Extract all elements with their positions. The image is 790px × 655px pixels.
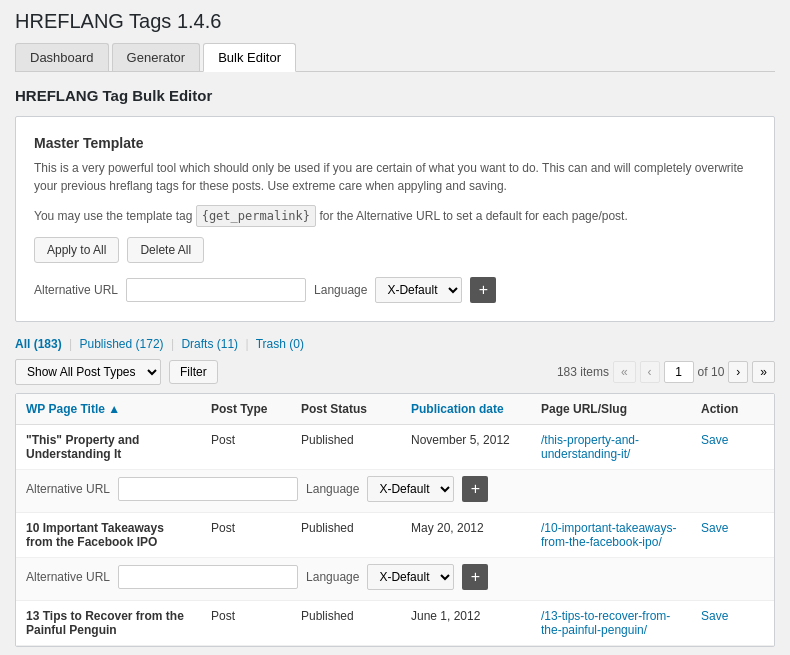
row1-date: November 5, 2012: [401, 425, 531, 469]
table-row: "This" Property and Understanding It Pos…: [16, 425, 774, 513]
items-count: 183 items: [557, 365, 609, 379]
last-page-button[interactable]: »: [752, 361, 775, 383]
row1-action: Save: [691, 425, 751, 469]
master-template-title: Master Template: [34, 135, 756, 151]
th-wp-page-title: WP Page Title ▲: [16, 394, 201, 424]
row-data-3: 13 Tips to Recover from the Painful Peng…: [16, 601, 774, 645]
master-template-desc3-text: for the Alternative URL to set a default…: [316, 209, 628, 223]
sort-publication-date[interactable]: Publication date: [411, 402, 504, 416]
table-row: 10 Important Takeaways from the Facebook…: [16, 513, 774, 601]
tab-dashboard[interactable]: Dashboard: [15, 43, 109, 71]
th-post-status: Post Status: [291, 394, 401, 424]
row2-date: May 20, 2012: [401, 513, 531, 557]
row3-save-link[interactable]: Save: [701, 609, 728, 623]
row2-plus-button[interactable]: +: [462, 564, 488, 590]
row1-plus-button[interactable]: +: [462, 476, 488, 502]
filter-links: All (183) | Published (172) | Drafts (11…: [15, 337, 775, 351]
filter-drafts[interactable]: Drafts (11): [181, 337, 238, 351]
posts-table: WP Page Title ▲ Post Type Post Status Pu…: [15, 393, 775, 647]
filter-bar: Show All Post Types Filter 183 items « ‹…: [15, 359, 775, 385]
row2-post-type: Post: [201, 513, 291, 557]
th-post-type: Post Type: [201, 394, 291, 424]
row3-status: Published: [291, 601, 401, 645]
row1-lang-label: Language: [306, 482, 359, 496]
next-page-button[interactable]: ›: [728, 361, 748, 383]
first-page-button[interactable]: «: [613, 361, 636, 383]
master-template-btn-row: Apply to All Delete All: [34, 237, 756, 263]
tab-bulk-editor[interactable]: Bulk Editor: [203, 43, 296, 72]
master-template-desc2-text: You may use the template tag: [34, 209, 196, 223]
row1-lang-select[interactable]: X-Default: [367, 476, 454, 502]
tabs-bar: Dashboard Generator Bulk Editor: [15, 43, 775, 72]
row1-save-link[interactable]: Save: [701, 433, 728, 447]
row1-url: /this-property-and-understanding-it/: [531, 425, 691, 469]
row2-alt-url-row: Alternative URL Language X-Default +: [16, 557, 774, 600]
prev-page-button[interactable]: ‹: [640, 361, 660, 383]
row1-alt-url-row: Alternative URL Language X-Default +: [16, 469, 774, 512]
page-number-input[interactable]: [664, 361, 694, 383]
delete-all-button[interactable]: Delete All: [127, 237, 204, 263]
master-template-card: Master Template This is a very powerful …: [15, 116, 775, 322]
master-template-desc2: You may use the template tag {get_permal…: [34, 205, 756, 227]
th-page-url: Page URL/Slug: [531, 394, 691, 424]
apply-to-all-button[interactable]: Apply to All: [34, 237, 119, 263]
row2-save-link[interactable]: Save: [701, 521, 728, 535]
post-type-select[interactable]: Show All Post Types: [15, 359, 161, 385]
row2-alt-url-label: Alternative URL: [26, 570, 110, 584]
table-header: WP Page Title ▲ Post Type Post Status Pu…: [16, 394, 774, 425]
sort-wp-page-title[interactable]: WP Page Title ▲: [26, 402, 120, 416]
tab-generator[interactable]: Generator: [112, 43, 201, 71]
row2-title: 10 Important Takeaways from the Facebook…: [16, 513, 201, 557]
master-alt-url-input[interactable]: [126, 278, 306, 302]
master-template-desc1: This is a very powerful tool which shoul…: [34, 159, 756, 195]
master-plus-button[interactable]: +: [470, 277, 496, 303]
table-row: 13 Tips to Recover from the Painful Peng…: [16, 601, 774, 646]
row-data-1: "This" Property and Understanding It Pos…: [16, 425, 774, 469]
master-lang-select[interactable]: X-Default: [375, 277, 462, 303]
filter-all[interactable]: All (183): [15, 337, 62, 351]
pagination: 183 items « ‹ of 10 › »: [557, 361, 775, 383]
master-lang-label: Language: [314, 283, 367, 297]
row2-action: Save: [691, 513, 751, 557]
row2-url: /10-important-takeaways-from-the-faceboo…: [531, 513, 691, 557]
page-title: HREFLANG Tags 1.4.6: [15, 10, 775, 33]
row1-title: "This" Property and Understanding It: [16, 425, 201, 469]
row3-post-type: Post: [201, 601, 291, 645]
filter-published[interactable]: Published (172): [80, 337, 164, 351]
row3-action: Save: [691, 601, 751, 645]
master-template-alt-url-row: Alternative URL Language X-Default +: [34, 277, 756, 303]
row3-url-link[interactable]: /13-tips-to-recover-from-the-painful-pen…: [541, 609, 670, 637]
row2-lang-label: Language: [306, 570, 359, 584]
row3-url: /13-tips-to-recover-from-the-painful-pen…: [531, 601, 691, 645]
row1-alt-url-input[interactable]: [118, 477, 298, 501]
row3-date: June 1, 2012: [401, 601, 531, 645]
section-heading: HREFLANG Tag Bulk Editor: [15, 87, 775, 104]
row2-status: Published: [291, 513, 401, 557]
row-data-2: 10 Important Takeaways from the Facebook…: [16, 513, 774, 557]
row2-url-link[interactable]: /10-important-takeaways-from-the-faceboo…: [541, 521, 676, 549]
filter-trash[interactable]: Trash (0): [256, 337, 304, 351]
row3-title: 13 Tips to Recover from the Painful Peng…: [16, 601, 201, 645]
row2-lang-select[interactable]: X-Default: [367, 564, 454, 590]
row1-post-type: Post: [201, 425, 291, 469]
th-publication-date: Publication date: [401, 394, 531, 424]
row1-url-link[interactable]: /this-property-and-understanding-it/: [541, 433, 639, 461]
page-total: of 10: [698, 365, 725, 379]
row2-alt-url-input[interactable]: [118, 565, 298, 589]
th-action: Action: [691, 394, 751, 424]
filter-button[interactable]: Filter: [169, 360, 218, 384]
row1-alt-url-label: Alternative URL: [26, 482, 110, 496]
template-tag: {get_permalink}: [196, 205, 316, 227]
row1-status: Published: [291, 425, 401, 469]
master-alt-url-label: Alternative URL: [34, 283, 118, 297]
